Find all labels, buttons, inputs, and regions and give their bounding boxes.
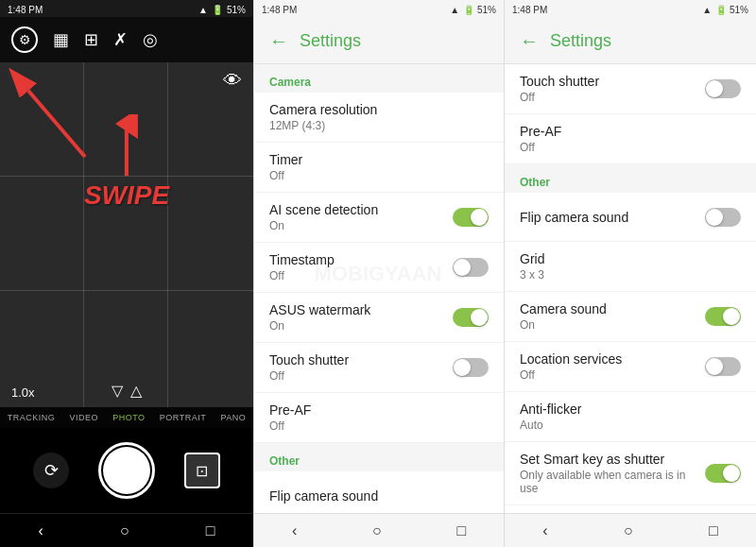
s1-battery: 🔋 51% <box>463 5 496 15</box>
shutter-button[interactable] <box>98 442 155 499</box>
s1-ai-scene-toggle[interactable] <box>453 208 489 227</box>
s1-touch-shutter-value: Off <box>269 369 453 383</box>
flip-camera-button[interactable]: ⟳ <box>33 453 69 488</box>
home-button[interactable]: ○ <box>120 522 129 539</box>
s2-volume-key[interactable]: Set volume key as Flip camera <box>505 505 756 513</box>
s1-watermark-label: ASUS watermark <box>269 302 453 317</box>
s2-pre-af[interactable]: Pre-AF Off <box>505 114 756 164</box>
s2-grid-value: 3 x 3 <box>520 268 741 282</box>
gallery-button[interactable]: ⊡ <box>184 453 220 488</box>
s2-battery: 🔋 51% <box>715 5 748 15</box>
s1-back-button[interactable]: ← <box>269 30 288 52</box>
s1-watermark-value: On <box>269 319 453 333</box>
s1-camera-resolution-value: 12MP (4:3) <box>269 119 489 132</box>
s1-flip-sound-label: Flip camera sound <box>269 488 489 504</box>
s2-grid-label: Grid <box>520 251 741 266</box>
settings1-sys-nav: ‹ ○ □ <box>254 513 504 547</box>
face-detection-icon: 👁 <box>223 70 242 92</box>
s2-touch-shutter[interactable]: Touch shutter Off <box>505 64 756 114</box>
s2-camera-sound-value: On <box>520 318 705 332</box>
s1-other-section: Other <box>254 443 504 471</box>
s2-grid[interactable]: Grid 3 x 3 <box>505 242 756 292</box>
s1-touch-shutter-label: Touch shutter <box>269 352 453 368</box>
s2-flip-sound-toggle[interactable] <box>705 208 741 227</box>
mode-pano[interactable]: PANO <box>220 413 246 422</box>
gallery-icon: ⊡ <box>196 462 208 480</box>
s1-recent-nav[interactable]: □ <box>456 522 466 539</box>
settings2-content: Touch shutter Off Pre-AF Off Other Flip … <box>505 64 756 513</box>
s2-smart-key-shutter-value: Only available when camera is in use <box>520 469 705 495</box>
exposure-up-icon[interactable]: △ <box>130 382 142 400</box>
settings2-header: ← Settings <box>505 19 756 64</box>
s2-home-nav[interactable]: ○ <box>624 522 633 539</box>
s1-flip-sound[interactable]: Flip camera sound <box>254 471 504 513</box>
camera-top-bar: ⚙ ▦ ⊞ ✗ ◎ <box>0 17 253 62</box>
s1-touch-shutter[interactable]: Touch shutter Off <box>254 343 504 393</box>
s2-smart-key-shutter[interactable]: Set Smart key as shutter Only available … <box>505 442 756 505</box>
s2-other-section: Other <box>505 164 756 193</box>
settings1-header: ← Settings <box>254 19 504 64</box>
settings-panel-1: 1:48 PM ▲ 🔋 51% ← Settings Camera Camera… <box>253 0 504 547</box>
s1-timestamp-toggle[interactable] <box>453 258 489 277</box>
settings2-status-bar: 1:48 PM ▲ 🔋 51% <box>505 0 756 19</box>
s1-touch-shutter-toggle[interactable] <box>453 358 489 377</box>
s2-smart-key-shutter-toggle[interactable] <box>705 464 741 483</box>
s2-back-nav[interactable]: ‹ <box>542 522 547 539</box>
s1-back-nav[interactable]: ‹ <box>292 522 297 539</box>
s2-anti-flicker[interactable]: Anti-flicker Auto <box>505 392 756 442</box>
s1-ai-scene-value: On <box>269 219 453 232</box>
s1-camera-section: Camera <box>254 64 504 93</box>
s2-title: Settings <box>550 31 611 51</box>
wifi-icon: ▲ <box>198 5 208 15</box>
s2-wifi: ▲ <box>702 5 712 15</box>
recent-button[interactable]: □ <box>206 522 215 539</box>
settings1-status-bar: 1:48 PM ▲ 🔋 51% <box>254 0 504 19</box>
battery-pct: 51% <box>227 5 246 15</box>
s2-pre-af-value: Off <box>520 141 741 154</box>
s1-title: Settings <box>300 31 361 51</box>
s1-ai-scene-label: AI scene detection <box>269 202 453 217</box>
mode-portrait[interactable]: PORTRAIT <box>160 413 206 422</box>
ratio-icon[interactable]: ⊞ <box>84 29 98 50</box>
s2-location-services-value: Off <box>520 368 705 382</box>
mode-video[interactable]: VIDEO <box>69 413 98 422</box>
exposure-down-icon[interactable]: ▽ <box>112 382 123 400</box>
settings-icon[interactable]: ⚙ <box>11 26 38 53</box>
effect-icon[interactable]: ◎ <box>143 29 158 50</box>
s2-recent-nav[interactable]: □ <box>709 522 718 539</box>
s2-flip-sound[interactable]: Flip camera sound <box>505 193 756 242</box>
s1-camera-resolution[interactable]: Camera resolution 12MP (4:3) <box>254 93 504 143</box>
s2-touch-shutter-label: Touch shutter <box>520 74 705 89</box>
settings-panel-2: 1:48 PM ▲ 🔋 51% ← Settings Touch shutter… <box>504 0 756 547</box>
s1-timer-label: Timer <box>269 152 489 167</box>
s1-watermark[interactable]: ASUS watermark On <box>254 293 504 343</box>
s1-watermark-toggle[interactable] <box>453 308 489 327</box>
back-button[interactable]: ‹ <box>39 522 43 539</box>
camera-mode-bar[interactable]: TRACKING VIDEO PHOTO PORTRAIT PANO <box>0 407 253 428</box>
camera-panel: 1:48 PM ▲ 🔋 51% ⚙ ▦ ⊞ ✗ ◎ 👁 1.0x ▽ △ <box>0 0 253 547</box>
camera-viewfinder: 👁 1.0x ▽ △ <box>0 62 253 407</box>
s1-pre-af[interactable]: Pre-AF Off <box>254 393 504 443</box>
s1-home-nav[interactable]: ○ <box>372 522 382 539</box>
mode-tracking[interactable]: TRACKING <box>8 413 56 422</box>
s2-touch-shutter-toggle[interactable] <box>705 79 741 98</box>
s2-anti-flicker-value: Auto <box>520 419 741 432</box>
s2-camera-sound-toggle[interactable] <box>705 307 741 326</box>
s1-pre-af-value: Off <box>269 419 489 433</box>
s2-camera-sound[interactable]: Camera sound On <box>505 292 756 342</box>
camera-status-bar: 1:48 PM ▲ 🔋 51% <box>0 0 253 19</box>
flash-icon[interactable]: ✗ <box>113 29 128 50</box>
camera-sys-nav: ‹ ○ □ <box>0 513 253 547</box>
exposure-controls: ▽ △ <box>112 382 142 400</box>
s1-ai-scene[interactable]: AI scene detection On <box>254 193 504 243</box>
grid-overlay <box>0 62 253 407</box>
s2-location-services-toggle[interactable] <box>705 357 741 376</box>
mode-photo[interactable]: PHOTO <box>112 413 145 422</box>
shutter-inner <box>103 447 150 494</box>
s1-timestamp-label: Timestamp <box>269 252 453 267</box>
s2-location-services[interactable]: Location services Off <box>505 342 756 392</box>
hdr-icon[interactable]: ▦ <box>53 29 69 50</box>
s1-timer[interactable]: Timer Off <box>254 143 504 193</box>
s2-back-button[interactable]: ← <box>520 30 539 52</box>
s1-timestamp[interactable]: Timestamp Off <box>254 243 504 293</box>
